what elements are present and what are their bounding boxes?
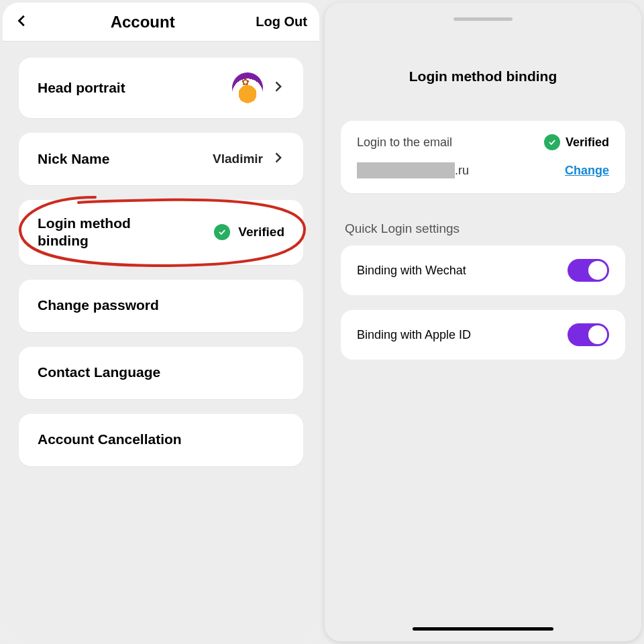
toggle-switch[interactable] <box>568 259 609 282</box>
row-label: Head portrait <box>38 79 125 97</box>
back-icon[interactable] <box>15 13 30 31</box>
row-nick-name[interactable]: Nick Name Vladimir <box>19 133 303 185</box>
header: Account Log Out <box>3 3 319 42</box>
row-label: Account Cancellation <box>38 431 182 448</box>
toggle-label: Binding with Wechat <box>357 264 466 278</box>
row-contact-language[interactable]: Contact Language <box>19 347 303 399</box>
email-domain: .ru <box>455 164 469 178</box>
toggle-apple-id[interactable]: Binding with Apple ID <box>341 310 625 360</box>
toggle-switch[interactable] <box>568 323 609 346</box>
row-head-portrait[interactable]: Head portrait <box>19 58 303 118</box>
quick-login-section-title: Quick Login settings <box>341 193 625 246</box>
verified-badge: Verified <box>544 134 609 150</box>
page-title: Account <box>111 13 175 32</box>
toggle-knob-icon <box>588 261 607 280</box>
row-right <box>232 72 284 103</box>
check-circle-icon <box>214 224 230 240</box>
toggle-knob-icon <box>588 325 607 344</box>
row-right: Verified <box>214 224 284 240</box>
row-label: Contact Language <box>38 364 160 381</box>
toggle-wechat[interactable]: Binding with Wechat <box>341 246 625 295</box>
email-login-card: Login to the email Verified .ru Change <box>341 121 625 193</box>
status-badge: Verified <box>566 136 609 150</box>
login-binding-body: Login to the email Verified .ru Change Q… <box>325 91 641 360</box>
row-label: Change password <box>38 297 159 314</box>
chevron-right-icon <box>271 151 284 167</box>
chevron-right-icon <box>271 80 284 96</box>
email-label: Login to the email <box>357 136 452 150</box>
row-account-cancellation[interactable]: Account Cancellation <box>19 414 303 466</box>
login-binding-screen: Login method binding Login to the email … <box>325 3 641 641</box>
row-login-method-binding[interactable]: Login method binding Verified <box>19 200 303 265</box>
account-list: Head portrait Nick Name Vladimir <box>3 42 319 466</box>
email-row-bottom: .ru Change <box>357 162 609 178</box>
status-badge: Verified <box>238 225 284 239</box>
toggle-label: Binding with Apple ID <box>357 328 471 342</box>
page-title: Login method binding <box>325 3 641 91</box>
account-screen: Account Log Out Head portrait Nick Name … <box>3 3 319 641</box>
row-change-password[interactable]: Change password <box>19 280 303 332</box>
logout-button[interactable]: Log Out <box>256 14 307 30</box>
email-value: .ru <box>357 162 469 178</box>
row-label: Login method binding <box>38 215 185 250</box>
row-label: Nick Name <box>38 150 109 168</box>
account-list-body: Head portrait Nick Name Vladimir <box>3 42 319 641</box>
home-indicator-icon[interactable] <box>413 627 553 631</box>
avatar-icon <box>232 72 263 103</box>
redacted-email <box>357 162 455 178</box>
sheet-grabber-icon[interactable] <box>453 17 513 21</box>
change-link[interactable]: Change <box>565 164 609 178</box>
nick-name-value: Vladimir <box>213 152 263 166</box>
check-circle-icon <box>544 134 560 150</box>
email-row-top: Login to the email Verified <box>357 134 609 150</box>
row-right: Vladimir <box>213 151 284 167</box>
